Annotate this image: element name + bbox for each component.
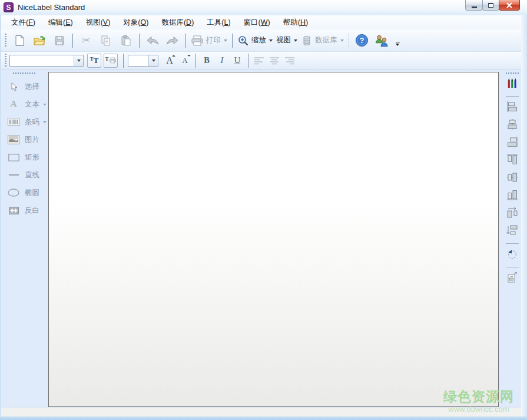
- distribute-horizontal-button[interactable]: [506, 206, 519, 219]
- menu-edit[interactable]: 编辑(E): [42, 16, 79, 28]
- format-toolbar: T T T A A B I U: [1, 52, 521, 70]
- toolbox-separator: [506, 96, 519, 97]
- tool-select[interactable]: 选择: [1, 78, 48, 95]
- zoom-button[interactable]: 缩放: [236, 32, 274, 49]
- increase-font-button[interactable]: A: [162, 53, 177, 68]
- toolbar-grip[interactable]: [5, 54, 6, 68]
- ellipse-icon: [6, 188, 21, 197]
- toolbar-grip[interactable]: [5, 34, 6, 48]
- chevron-down-icon: [152, 59, 155, 62]
- caret-up-icon: [172, 55, 175, 57]
- printer-fonts-button[interactable]: T: [104, 54, 118, 68]
- view-button[interactable]: 视图: [274, 32, 299, 49]
- svg-text:?: ?: [360, 37, 364, 45]
- save-icon: [54, 35, 65, 47]
- tool-barcode[interactable]: 条码: [1, 113, 48, 131]
- save-button[interactable]: [49, 32, 69, 49]
- align-left-button[interactable]: [506, 100, 519, 113]
- decrease-font-button[interactable]: A: [177, 53, 193, 68]
- align-middle-button[interactable]: [506, 171, 519, 184]
- bold-button[interactable]: B: [199, 53, 214, 68]
- new-button[interactable]: [9, 32, 29, 49]
- truetype-fonts-button[interactable]: T T: [87, 54, 101, 68]
- main-toolbar: ✂: [1, 29, 521, 52]
- toolbar-separator: [123, 54, 124, 68]
- titlebar: S NiceLabel Standard: [0, 0, 527, 16]
- help-button[interactable]: ?: [352, 32, 372, 49]
- menu-view[interactable]: 视图(V): [79, 16, 117, 28]
- tool-rectangle[interactable]: 矩形: [1, 148, 48, 166]
- barcode-icon: [6, 118, 21, 126]
- app-window: S NiceLabel Standard 文件(F) 编辑(E) 视图(V) 对…: [0, 0, 527, 420]
- paste-icon: [120, 35, 132, 47]
- tool-ellipse[interactable]: 椭圆: [1, 184, 48, 201]
- close-button[interactable]: [499, 0, 520, 11]
- print-button[interactable]: 打印: [189, 32, 229, 49]
- distribute-vertical-icon: [506, 224, 519, 237]
- tool-text[interactable]: A 文本: [1, 95, 48, 113]
- label-design-canvas[interactable]: [48, 72, 499, 407]
- menu-help[interactable]: 帮助(H): [277, 16, 314, 28]
- toolbar-separator: [185, 34, 186, 48]
- paste-button[interactable]: [116, 32, 136, 49]
- italic-button[interactable]: I: [214, 53, 230, 68]
- printer-icon: [191, 35, 204, 47]
- minimize-button[interactable]: [465, 0, 483, 11]
- database-dropdown-caret-icon: [340, 39, 344, 42]
- align-center-lines-icon: [269, 57, 280, 65]
- align-text-center-button[interactable]: [267, 53, 282, 68]
- font-name-input[interactable]: [10, 55, 74, 66]
- menu-file[interactable]: 文件(F): [5, 16, 42, 28]
- users-button[interactable]: [372, 32, 392, 49]
- tool-line[interactable]: 直线: [1, 166, 48, 184]
- printer-small-icon: [109, 57, 117, 64]
- database-label: 数据库: [315, 35, 337, 45]
- print-dropdown-caret-icon: [224, 39, 227, 42]
- align-bottom-button[interactable]: [506, 188, 519, 201]
- align-text-right-button[interactable]: [282, 53, 297, 68]
- menu-window[interactable]: 窗口(W): [237, 16, 277, 28]
- copy-button[interactable]: [96, 32, 116, 49]
- toolbar-separator: [139, 34, 140, 48]
- align-left-lines-icon: [254, 57, 264, 65]
- menu-tools[interactable]: 工具(L): [200, 16, 237, 28]
- toolbox-grip[interactable]: [13, 72, 37, 74]
- status-bar: [1, 408, 521, 416]
- maximize-button[interactable]: [482, 0, 499, 11]
- caret-down-icon: [187, 55, 191, 57]
- undo-button[interactable]: [142, 32, 163, 49]
- tool-picture[interactable]: 图片: [1, 131, 48, 148]
- window-title: NiceLabel Standard: [18, 0, 85, 15]
- toolbar-separator: [232, 34, 233, 48]
- underline-button[interactable]: U: [230, 53, 245, 68]
- distribute-vertical-button[interactable]: [506, 224, 519, 237]
- view-dropdown-caret-icon: [294, 39, 297, 42]
- variable-colors-button[interactable]: [506, 77, 519, 90]
- database-button[interactable]: 数据库: [299, 32, 346, 49]
- cursor-icon: [6, 82, 21, 92]
- line-icon: [6, 174, 21, 176]
- redo-button[interactable]: [163, 32, 183, 49]
- font-name-dropdown-button[interactable]: [74, 55, 83, 66]
- menu-object[interactable]: 对象(O): [117, 16, 155, 28]
- toolbox-grip[interactable]: [506, 72, 519, 74]
- toolbar-separator-dotted: [349, 34, 349, 48]
- align-right-button[interactable]: [506, 135, 519, 148]
- font-size-input[interactable]: [128, 55, 148, 66]
- toolbar-separator: [72, 34, 73, 48]
- font-size-dropdown-button[interactable]: [148, 55, 158, 66]
- align-center-vertical-button[interactable]: [506, 118, 519, 131]
- menu-database[interactable]: 数据库(D): [155, 16, 200, 28]
- cut-button[interactable]: ✂: [76, 32, 96, 49]
- toolbar-overflow-button[interactable]: [396, 42, 400, 47]
- open-button[interactable]: [29, 32, 49, 49]
- align-top-button[interactable]: [506, 153, 519, 166]
- chevron-down-icon: [77, 59, 81, 62]
- align-left-icon: [506, 100, 519, 113]
- align-text-left-button[interactable]: [251, 53, 267, 68]
- fit-page-button[interactable]: [506, 271, 519, 284]
- chevron-down-icon: [43, 121, 47, 123]
- tool-inverse[interactable]: 反白: [1, 201, 48, 219]
- rotate-button[interactable]: [506, 247, 519, 260]
- help-question-icon: ?: [355, 34, 369, 47]
